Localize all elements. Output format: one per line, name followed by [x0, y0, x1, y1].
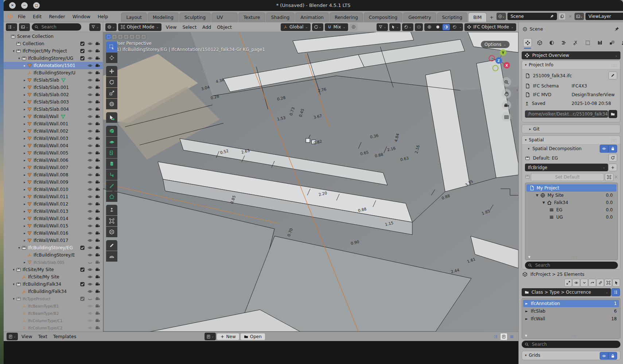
push-pull-tool-button[interactable]: [106, 205, 117, 215]
browse-path-button[interactable]: [608, 110, 617, 118]
render-camera-toggle[interactable]: [95, 78, 100, 83]
pan-button[interactable]: [502, 89, 511, 98]
grids-visibility-button[interactable]: [600, 352, 608, 360]
expand-toggle[interactable]: ▸: [22, 261, 27, 264]
list-mode-button[interactable]: [611, 288, 620, 296]
menu-render[interactable]: Render: [45, 14, 69, 19]
viewlayer-browse-button[interactable]: ⌄: [575, 13, 584, 20]
render-camera-toggle[interactable]: [95, 216, 100, 221]
workspace-tab-sculpting[interactable]: Sculpting: [179, 12, 211, 22]
hide-eye-toggle[interactable]: [87, 165, 93, 170]
ifc-select-mode-button-4[interactable]: [123, 34, 129, 39]
add-container-button[interactable]: [608, 164, 617, 171]
shading-rendered-button[interactable]: [451, 24, 458, 30]
render-camera-toggle[interactable]: [95, 121, 100, 126]
texteditor-menu-text[interactable]: Text: [35, 334, 50, 339]
hide-eye-toggle[interactable]: [87, 158, 93, 163]
hide-eye-toggle[interactable]: [87, 70, 93, 75]
render-camera-toggle[interactable]: [95, 267, 100, 272]
viewport-menu-add[interactable]: Add: [199, 24, 214, 30]
bounding-box-tool-button[interactable]: [106, 216, 117, 226]
wall-tool-button[interactable]: [106, 126, 117, 136]
ifc-select-mode-button-1[interactable]: [106, 34, 111, 39]
hide-eye-toggle[interactable]: [87, 136, 93, 141]
hide-eye-toggle[interactable]: [87, 48, 93, 54]
slab-tool-button[interactable]: [106, 137, 117, 147]
render-camera-toggle[interactable]: [95, 289, 100, 294]
render-camera-toggle[interactable]: [95, 231, 100, 236]
show-gizmo-dropdown[interactable]: ⌄: [377, 23, 388, 31]
outliner-row-ifcwall-wall-015[interactable]: ▸IfcWall/Wall.015: [4, 222, 103, 230]
pivot-point-dropdown[interactable]: ⌄: [312, 23, 323, 31]
expand-toggle[interactable]: ▸: [22, 195, 27, 199]
workspace-tab-modeling[interactable]: Modeling: [148, 12, 179, 22]
render-camera-toggle[interactable]: [95, 325, 100, 330]
outliner-display-mode-button[interactable]: ⌄: [19, 23, 30, 31]
expand-caret[interactable]: ►: [525, 309, 528, 313]
expand-toggle[interactable]: ▾: [11, 268, 16, 271]
workspace-tab-rendering[interactable]: Rendering: [330, 12, 363, 22]
outliner-row-ifcwall-wall-006[interactable]: ▸IfcWall/Wall.006: [4, 157, 103, 164]
hide-eye-toggle[interactable]: [87, 107, 93, 112]
stair-tool-button[interactable]: [106, 180, 117, 191]
hide-eye-toggle[interactable]: [87, 150, 93, 156]
hide-eye-toggle[interactable]: [87, 325, 93, 330]
hide-eye-toggle[interactable]: [87, 41, 93, 46]
outliner-row-ifcwall-wall[interactable]: ▸IfcWall/Wall: [4, 113, 103, 120]
outliner-row-ifcslab-slab-003[interactable]: ▸IfcSlab/Slab.003: [4, 98, 103, 106]
ifc-select-mode-button-3[interactable]: [117, 34, 123, 39]
expand-toggle[interactable]: ▸: [22, 151, 27, 155]
workspace-tab-scripting[interactable]: Scripting: [437, 12, 468, 22]
hide-eye-toggle[interactable]: [87, 194, 93, 199]
shading-wireframe-button[interactable]: [426, 24, 433, 30]
properties-tab-boxes[interactable]: [607, 38, 616, 47]
expand-toggle[interactable]: ▸: [22, 210, 27, 213]
render-camera-toggle[interactable]: [95, 99, 100, 105]
roof-tool-button[interactable]: [106, 191, 117, 202]
ifc-select-mode-button-7[interactable]: [141, 34, 146, 39]
spatial-search-input[interactable]: [534, 262, 609, 268]
viewlayer-name-field[interactable]: ViewLayer: [585, 13, 623, 20]
outliner-row-ifccolumntype-c2[interactable]: IfcColumnType/C2: [4, 324, 103, 332]
viewport[interactable]: 4.363.040.282.760.280.730.453.671.530.82…: [103, 32, 518, 332]
hide-eye-toggle[interactable]: [87, 289, 93, 294]
hide-eye-toggle[interactable]: [87, 245, 93, 250]
properties-tab-people[interactable]: [619, 38, 623, 47]
transform-orientation-dropdown[interactable]: Global⌄: [281, 23, 311, 31]
render-camera-toggle[interactable]: [95, 253, 100, 258]
navigation-gizmo[interactable]: Y Z X: [487, 48, 513, 74]
visibility-toggle-button[interactable]: [600, 145, 608, 153]
hide-eye-toggle[interactable]: [87, 231, 93, 236]
expand-toggle[interactable]: ▸: [22, 224, 27, 228]
exclude-checkbox[interactable]: [80, 296, 85, 301]
properties-tab-scissors[interactable]: [571, 38, 580, 47]
expand-toggle[interactable]: ▸: [22, 107, 27, 111]
render-camera-toggle[interactable]: [95, 165, 100, 170]
hide-eye-toggle[interactable]: [87, 121, 93, 126]
viewport-menu-object[interactable]: Object: [214, 24, 235, 30]
ifc-select-mode-button-5[interactable]: [129, 34, 135, 39]
exclude-checkbox[interactable]: [80, 267, 85, 272]
exclude-checkbox[interactable]: [80, 245, 85, 250]
ifc-path-field[interactable]: /home/volker/Deskt...c/251009_falk34.ifc: [525, 110, 608, 118]
render-camera-toggle[interactable]: [95, 318, 100, 323]
bim-select-button[interactable]: [106, 112, 117, 123]
hide-eye-toggle[interactable]: [87, 56, 93, 61]
render-camera-toggle[interactable]: [95, 201, 100, 207]
redo-button[interactable]: [588, 279, 596, 287]
hide-eye-toggle[interactable]: [87, 99, 93, 105]
menu-edit[interactable]: Edit: [29, 14, 45, 19]
exclude-checkbox[interactable]: [80, 48, 85, 54]
outliner-row-ifcwall-wall-005[interactable]: ▸IfcWall/Wall.005: [4, 149, 103, 157]
outliner-row-ifcbuildingstorey-u[interactable]: IfcBuildingStorey/U: [4, 69, 103, 77]
render-camera-toggle[interactable]: [95, 282, 100, 287]
expand-toggle[interactable]: ▸: [22, 100, 27, 104]
hide-eye-toggle[interactable]: [87, 201, 93, 207]
outliner-row-ifcwall-wall-007[interactable]: ▸IfcWall/Wall.007: [4, 164, 103, 171]
workspace-tab-shading[interactable]: Shading: [266, 12, 295, 22]
column-tool-button[interactable]: [106, 158, 117, 169]
expand-toggle[interactable]: ▾: [17, 56, 22, 60]
render-camera-toggle[interactable]: [95, 129, 100, 134]
door-tool-button[interactable]: [106, 148, 117, 158]
link-button[interactable]: [596, 279, 604, 287]
